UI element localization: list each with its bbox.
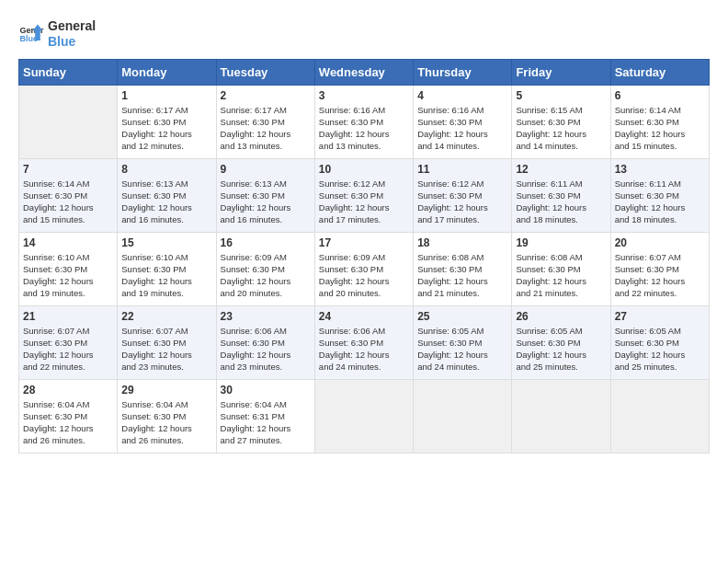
day-cell: 28Sunrise: 6:04 AM Sunset: 6:30 PM Dayli… bbox=[19, 379, 118, 453]
day-info: Sunrise: 6:11 AM Sunset: 6:30 PM Dayligh… bbox=[615, 178, 705, 226]
day-number: 21 bbox=[23, 310, 113, 323]
logo-blue: Blue bbox=[48, 34, 96, 50]
day-number: 6 bbox=[615, 89, 705, 102]
day-info: Sunrise: 6:07 AM Sunset: 6:30 PM Dayligh… bbox=[615, 251, 705, 300]
day-cell: 27Sunrise: 6:05 AM Sunset: 6:30 PM Dayli… bbox=[610, 305, 709, 379]
weekday-header-tuesday: Tuesday bbox=[216, 59, 314, 85]
day-info: Sunrise: 6:08 AM Sunset: 6:30 PM Dayligh… bbox=[417, 251, 507, 300]
day-info: Sunrise: 6:09 AM Sunset: 6:30 PM Dayligh… bbox=[319, 251, 409, 300]
day-number: 5 bbox=[516, 89, 606, 102]
weekday-header-thursday: Thursday bbox=[414, 59, 512, 85]
day-cell bbox=[414, 379, 512, 453]
logo: General Blue General Blue bbox=[18, 18, 96, 50]
day-cell: 24Sunrise: 6:06 AM Sunset: 6:30 PM Dayli… bbox=[314, 305, 413, 379]
day-cell: 3Sunrise: 6:16 AM Sunset: 6:30 PM Daylig… bbox=[314, 85, 413, 158]
day-info: Sunrise: 6:16 AM Sunset: 6:30 PM Dayligh… bbox=[319, 104, 409, 153]
day-cell: 14Sunrise: 6:10 AM Sunset: 6:30 PM Dayli… bbox=[19, 232, 118, 305]
day-number: 7 bbox=[23, 163, 113, 176]
day-info: Sunrise: 6:07 AM Sunset: 6:30 PM Dayligh… bbox=[121, 325, 211, 373]
day-number: 20 bbox=[615, 236, 705, 249]
day-info: Sunrise: 6:10 AM Sunset: 6:30 PM Dayligh… bbox=[121, 251, 211, 300]
day-cell bbox=[512, 379, 610, 453]
day-cell: 20Sunrise: 6:07 AM Sunset: 6:30 PM Dayli… bbox=[610, 232, 709, 305]
day-number: 29 bbox=[121, 384, 211, 396]
day-info: Sunrise: 6:11 AM Sunset: 6:30 PM Dayligh… bbox=[516, 178, 606, 226]
day-number: 27 bbox=[615, 310, 705, 323]
day-number: 2 bbox=[221, 89, 311, 102]
day-cell: 11Sunrise: 6:12 AM Sunset: 6:30 PM Dayli… bbox=[414, 158, 512, 232]
day-info: Sunrise: 6:17 AM Sunset: 6:30 PM Dayligh… bbox=[121, 104, 211, 153]
day-info: Sunrise: 6:14 AM Sunset: 6:30 PM Dayligh… bbox=[23, 178, 113, 226]
weekday-header-sunday: Sunday bbox=[19, 59, 118, 85]
day-number: 4 bbox=[417, 89, 507, 102]
day-info: Sunrise: 6:16 AM Sunset: 6:30 PM Dayligh… bbox=[417, 104, 507, 153]
weekday-header-friday: Friday bbox=[512, 59, 610, 85]
logo-icon: General Blue bbox=[18, 21, 44, 47]
logo-general: General bbox=[48, 18, 96, 34]
day-cell: 10Sunrise: 6:12 AM Sunset: 6:30 PM Dayli… bbox=[314, 158, 413, 232]
day-info: Sunrise: 6:15 AM Sunset: 6:30 PM Dayligh… bbox=[516, 104, 606, 153]
svg-text:Blue: Blue bbox=[19, 34, 38, 43]
day-number: 16 bbox=[221, 236, 311, 249]
day-cell: 23Sunrise: 6:06 AM Sunset: 6:30 PM Dayli… bbox=[216, 305, 314, 379]
day-cell: 30Sunrise: 6:04 AM Sunset: 6:31 PM Dayli… bbox=[216, 379, 314, 453]
day-cell: 6Sunrise: 6:14 AM Sunset: 6:30 PM Daylig… bbox=[610, 85, 709, 158]
day-info: Sunrise: 6:05 AM Sunset: 6:30 PM Dayligh… bbox=[516, 325, 606, 373]
day-number: 17 bbox=[319, 236, 409, 249]
day-number: 9 bbox=[221, 163, 311, 176]
day-cell: 8Sunrise: 6:13 AM Sunset: 6:30 PM Daylig… bbox=[118, 158, 216, 232]
day-info: Sunrise: 6:04 AM Sunset: 6:30 PM Dayligh… bbox=[23, 398, 113, 447]
weekday-header-saturday: Saturday bbox=[610, 59, 709, 85]
day-cell: 15Sunrise: 6:10 AM Sunset: 6:30 PM Dayli… bbox=[118, 232, 216, 305]
day-info: Sunrise: 6:06 AM Sunset: 6:30 PM Dayligh… bbox=[319, 325, 409, 373]
day-info: Sunrise: 6:05 AM Sunset: 6:30 PM Dayligh… bbox=[615, 325, 705, 373]
weekday-header-monday: Monday bbox=[118, 59, 216, 85]
day-info: Sunrise: 6:12 AM Sunset: 6:30 PM Dayligh… bbox=[319, 178, 409, 226]
day-number: 8 bbox=[121, 163, 211, 176]
day-info: Sunrise: 6:06 AM Sunset: 6:30 PM Dayligh… bbox=[221, 325, 311, 373]
day-cell: 22Sunrise: 6:07 AM Sunset: 6:30 PM Dayli… bbox=[118, 305, 216, 379]
day-info: Sunrise: 6:12 AM Sunset: 6:30 PM Dayligh… bbox=[417, 178, 507, 226]
day-cell: 21Sunrise: 6:07 AM Sunset: 6:30 PM Dayli… bbox=[19, 305, 118, 379]
day-cell: 12Sunrise: 6:11 AM Sunset: 6:30 PM Dayli… bbox=[512, 158, 610, 232]
week-row-2: 7Sunrise: 6:14 AM Sunset: 6:30 PM Daylig… bbox=[19, 158, 710, 232]
calendar-table: SundayMondayTuesdayWednesdayThursdayFrid… bbox=[18, 59, 710, 454]
day-info: Sunrise: 6:09 AM Sunset: 6:30 PM Dayligh… bbox=[221, 251, 311, 300]
day-number: 1 bbox=[121, 89, 211, 102]
day-info: Sunrise: 6:14 AM Sunset: 6:30 PM Dayligh… bbox=[615, 104, 705, 153]
weekday-header-wednesday: Wednesday bbox=[314, 59, 413, 85]
day-number: 11 bbox=[417, 163, 507, 176]
day-info: Sunrise: 6:05 AM Sunset: 6:30 PM Dayligh… bbox=[417, 325, 507, 373]
day-info: Sunrise: 6:13 AM Sunset: 6:30 PM Dayligh… bbox=[121, 178, 211, 226]
week-row-1: 1Sunrise: 6:17 AM Sunset: 6:30 PM Daylig… bbox=[19, 85, 710, 158]
day-number: 13 bbox=[615, 163, 705, 176]
day-cell: 16Sunrise: 6:09 AM Sunset: 6:30 PM Dayli… bbox=[216, 232, 314, 305]
weekday-header-row: SundayMondayTuesdayWednesdayThursdayFrid… bbox=[19, 59, 710, 85]
day-number: 28 bbox=[23, 384, 113, 396]
day-cell: 29Sunrise: 6:04 AM Sunset: 6:30 PM Dayli… bbox=[118, 379, 216, 453]
day-info: Sunrise: 6:10 AM Sunset: 6:30 PM Dayligh… bbox=[23, 251, 113, 300]
day-cell bbox=[314, 379, 413, 453]
day-number: 23 bbox=[221, 310, 311, 323]
day-cell: 25Sunrise: 6:05 AM Sunset: 6:30 PM Dayli… bbox=[414, 305, 512, 379]
day-cell: 4Sunrise: 6:16 AM Sunset: 6:30 PM Daylig… bbox=[414, 85, 512, 158]
day-cell: 13Sunrise: 6:11 AM Sunset: 6:30 PM Dayli… bbox=[610, 158, 709, 232]
day-number: 24 bbox=[319, 310, 409, 323]
day-number: 25 bbox=[417, 310, 507, 323]
day-cell: 1Sunrise: 6:17 AM Sunset: 6:30 PM Daylig… bbox=[118, 85, 216, 158]
day-number: 30 bbox=[221, 384, 311, 396]
week-row-5: 28Sunrise: 6:04 AM Sunset: 6:30 PM Dayli… bbox=[19, 379, 710, 453]
week-row-4: 21Sunrise: 6:07 AM Sunset: 6:30 PM Dayli… bbox=[19, 305, 710, 379]
day-number: 14 bbox=[23, 236, 113, 249]
day-number: 19 bbox=[516, 236, 606, 249]
day-number: 22 bbox=[121, 310, 211, 323]
day-number: 15 bbox=[121, 236, 211, 249]
day-cell: 17Sunrise: 6:09 AM Sunset: 6:30 PM Dayli… bbox=[314, 232, 413, 305]
day-cell: 2Sunrise: 6:17 AM Sunset: 6:30 PM Daylig… bbox=[216, 85, 314, 158]
week-row-3: 14Sunrise: 6:10 AM Sunset: 6:30 PM Dayli… bbox=[19, 232, 710, 305]
day-cell: 9Sunrise: 6:13 AM Sunset: 6:30 PM Daylig… bbox=[216, 158, 314, 232]
day-info: Sunrise: 6:08 AM Sunset: 6:30 PM Dayligh… bbox=[516, 251, 606, 300]
day-number: 12 bbox=[516, 163, 606, 176]
day-info: Sunrise: 6:17 AM Sunset: 6:30 PM Dayligh… bbox=[221, 104, 311, 153]
day-info: Sunrise: 6:04 AM Sunset: 6:31 PM Dayligh… bbox=[221, 398, 311, 447]
